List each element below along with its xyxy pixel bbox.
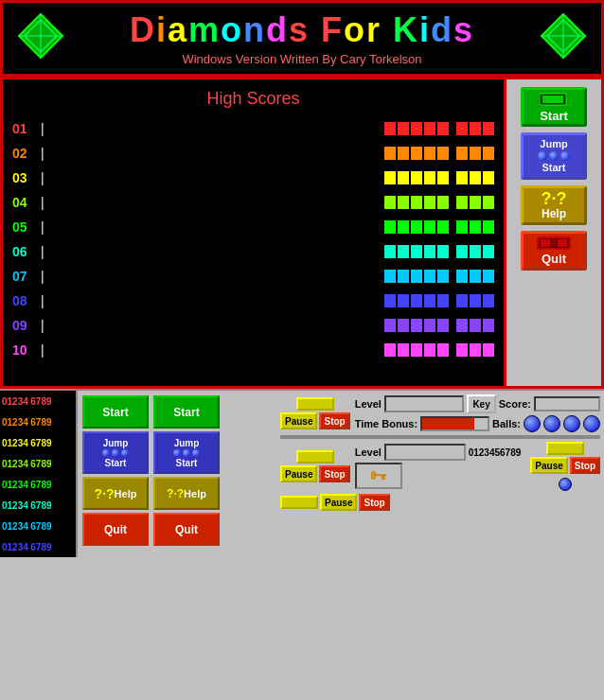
score-number: 10 [12, 342, 41, 358]
score-pipe: | [41, 342, 44, 358]
score-block [470, 220, 481, 234]
strips-column: 01234 678901234 678901234 678901234 6789… [0, 391, 78, 557]
score-block [483, 220, 494, 234]
score-block [424, 196, 435, 209]
info-area: Pause Stop Level Key Score: Time Bonus: [276, 391, 604, 557]
score-block [483, 122, 494, 135]
score-block [384, 319, 396, 332]
key-button[interactable]: Key [467, 394, 495, 413]
score-block [483, 245, 494, 258]
key-display: 🗝 [355, 463, 402, 489]
score-block [424, 270, 435, 283]
small-quit-button-2[interactable]: Quit [153, 513, 220, 546]
score-bar-area: | [41, 342, 494, 358]
start-row: Start Start [82, 395, 272, 429]
pause-bar-2 [296, 450, 334, 464]
ball-2 [543, 415, 560, 432]
small-help-button-2[interactable]: ?·? Help [153, 477, 220, 510]
score-block [437, 294, 449, 307]
start-button[interactable]: Start [521, 87, 587, 127]
score-block [437, 147, 449, 160]
pause-button-2[interactable]: Pause [280, 465, 317, 482]
score-block [424, 343, 435, 357]
score-block [456, 319, 468, 332]
small-start-button-2[interactable]: Start [153, 395, 220, 429]
ball-5 [559, 478, 572, 491]
pause-bar-3 [546, 442, 584, 455]
pause-stop-group-1: Pause Stop [280, 397, 350, 429]
score-block [483, 294, 494, 307]
score-block [470, 270, 481, 283]
score-label: Score: [499, 398, 531, 410]
score-bar [534, 396, 600, 411]
stop-button-3[interactable]: Stop [570, 457, 600, 474]
time-bonus-bar [420, 416, 489, 431]
score-block [437, 343, 449, 357]
score-number: 05 [12, 219, 41, 235]
pause-button-1[interactable]: Pause [280, 412, 317, 429]
ball-4 [583, 415, 600, 432]
score-block [384, 343, 396, 357]
level-input-2[interactable] [384, 444, 466, 461]
number-strip: 01234 6789 [0, 432, 76, 453]
small-start-button-1[interactable]: Start [82, 395, 149, 429]
score-block [470, 147, 481, 160]
score-block [424, 147, 435, 160]
score-block [398, 147, 409, 160]
score-row: 10| [12, 340, 494, 360]
score-block [384, 122, 396, 135]
score-block [398, 245, 409, 258]
score-block [398, 196, 409, 209]
level-key-info: Level 0123456789 🗝 [355, 444, 522, 489]
score-pipe: | [41, 170, 44, 185]
small-jump-button-2[interactable]: Jump Start [153, 431, 220, 474]
app-title: Diamonds For Kids [130, 10, 474, 50]
score-block [456, 220, 468, 234]
pause-stop-group-4: Pause Stop [280, 494, 390, 511]
pause-button-4[interactable]: Pause [320, 494, 357, 511]
score-row: 09| [12, 315, 494, 336]
score-block [398, 294, 409, 307]
svg-rect-12 [552, 239, 556, 247]
score-block [384, 171, 396, 184]
number-strip: 01234 6789 [0, 391, 76, 411]
key-icon: 🗝 [370, 466, 387, 486]
small-buttons-column: Start Start Jump Start Jump S [78, 391, 276, 557]
level-numbers: 0123456789 [469, 447, 522, 458]
score-pipe: | [41, 146, 44, 161]
score-block [437, 171, 449, 184]
diamond-left-icon [17, 12, 64, 60]
score-block [384, 220, 396, 234]
pause-button-3[interactable]: Pause [530, 457, 567, 474]
help-button[interactable]: ?·? Help [521, 185, 587, 225]
score-block [470, 245, 481, 258]
small-quit-button-1[interactable]: Quit [82, 513, 149, 546]
pause-stop-group-3: Pause Stop [530, 442, 600, 491]
score-block [411, 196, 422, 209]
scores-panel: High Scores 01|02|03|04|05|06|07|08|09|1… [3, 79, 506, 386]
small-jump-button-1[interactable]: Jump Start [82, 431, 149, 474]
score-block [398, 171, 409, 184]
score-block [384, 270, 396, 283]
score-row: 08| [12, 290, 494, 311]
level-input[interactable] [384, 395, 465, 412]
number-strip: 01234 6789 [0, 474, 76, 495]
small-help-button-1[interactable]: ?·? Help [82, 477, 149, 510]
score-block [483, 171, 494, 184]
pause-bar-4 [280, 496, 318, 509]
score-block [411, 319, 422, 332]
quit-button[interactable]: Quit [521, 231, 587, 271]
score-row: 07| [12, 266, 494, 287]
score-row: 06| [12, 241, 494, 262]
score-block [424, 122, 435, 135]
score-block [398, 220, 409, 234]
stop-button-1[interactable]: Stop [319, 412, 349, 429]
score-block [456, 171, 468, 184]
stop-button-4[interactable]: Stop [359, 494, 389, 511]
score-block [456, 147, 468, 160]
number-strip: 01234 6789 [0, 536, 76, 557]
stop-button-2[interactable]: Stop [319, 465, 349, 482]
bottom-area: 01234 678901234 678901234 678901234 6789… [0, 389, 604, 557]
jump-start-button[interactable]: Jump Start [521, 132, 587, 180]
divider [280, 435, 600, 439]
